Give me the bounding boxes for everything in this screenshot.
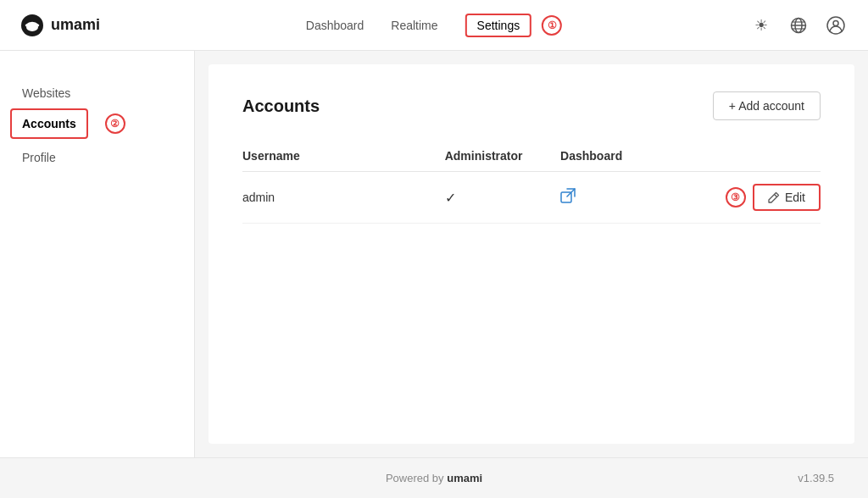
- theme-toggle-icon[interactable]: ☀: [749, 14, 773, 37]
- nav-settings[interactable]: Settings: [465, 14, 532, 37]
- main-layout: Websites Accounts ② Profile Accounts + A…: [0, 51, 868, 457]
- footer: Powered by umami v1.39.5: [0, 457, 868, 498]
- dashboard-link-icon[interactable]: [560, 191, 576, 206]
- sidebar-item-websites[interactable]: Websites: [0, 78, 194, 108]
- language-icon[interactable]: [787, 14, 810, 37]
- user-icon[interactable]: [824, 14, 848, 37]
- admin-check-icon: ✓: [445, 191, 456, 205]
- accounts-table: Username Administrator Dashboard admin ✓: [242, 141, 821, 224]
- header-actions: ☀: [749, 14, 848, 37]
- edit-label: Edit: [785, 191, 805, 204]
- page-title: Accounts: [242, 97, 320, 116]
- sidebar: Websites Accounts ② Profile: [0, 51, 195, 457]
- pencil-icon: [768, 191, 780, 203]
- cell-admin: ✓: [445, 172, 560, 224]
- cell-username: admin: [242, 172, 445, 224]
- edit-button[interactable]: Edit: [753, 184, 821, 211]
- svg-point-8: [833, 20, 838, 25]
- sidebar-item-accounts[interactable]: Accounts: [10, 108, 88, 139]
- annotation-1: ①: [542, 15, 562, 36]
- col-username: Username: [242, 141, 445, 172]
- logo[interactable]: umami: [20, 14, 100, 37]
- table-row: admin ✓: [242, 172, 821, 224]
- footer-powered-by: Powered by umami: [386, 472, 482, 484]
- svg-point-1: [26, 23, 38, 31]
- sidebar-item-profile[interactable]: Profile: [0, 142, 194, 173]
- svg-line-11: [774, 195, 776, 197]
- logo-icon: [20, 14, 44, 37]
- header: umami Dashboard Realtime Settings ① ☀: [0, 0, 868, 51]
- col-administrator: Administrator: [445, 141, 560, 172]
- annotation-2: ②: [105, 113, 125, 134]
- footer-version: v1.39.5: [798, 472, 834, 484]
- table-body: admin ✓: [242, 172, 821, 224]
- content-header: Accounts + Add account: [242, 91, 821, 120]
- col-dashboard: Dashboard: [560, 141, 676, 172]
- content-area: Accounts + Add account Username Administ…: [209, 64, 854, 444]
- cell-edit: ③ Edit: [676, 172, 821, 224]
- nav-realtime[interactable]: Realtime: [391, 15, 437, 36]
- annotation-3: ③: [726, 187, 746, 208]
- edit-btn-wrapper: ③ Edit: [676, 184, 821, 211]
- col-actions: [676, 141, 821, 172]
- nav-dashboard[interactable]: Dashboard: [306, 15, 364, 36]
- main-nav: Dashboard Realtime Settings ①: [306, 14, 562, 37]
- table-header: Username Administrator Dashboard: [242, 141, 821, 172]
- logo-text: umami: [51, 16, 100, 34]
- cell-dashboard: [560, 172, 676, 224]
- add-account-button[interactable]: + Add account: [713, 91, 821, 120]
- footer-brand: umami: [447, 472, 482, 484]
